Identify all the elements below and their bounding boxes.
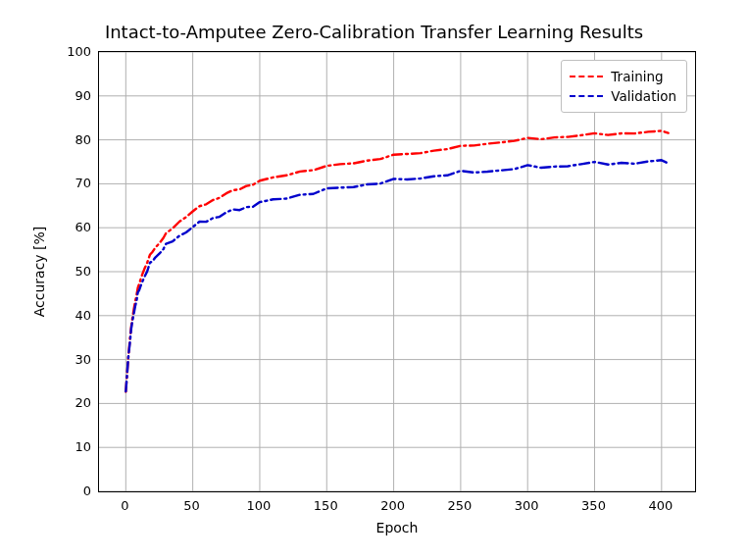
x-tick: 350 <box>581 498 606 513</box>
y-axis-label-text: Accuracy [%] <box>31 227 47 318</box>
y-tick: 50 <box>42 264 91 279</box>
legend-label-training: Training <box>611 69 663 84</box>
x-tick: 150 <box>314 498 338 513</box>
x-tick: 200 <box>380 498 405 513</box>
chart-title: Intact-to-Amputee Zero-Calibration Trans… <box>0 22 748 42</box>
x-tick: 400 <box>648 498 673 513</box>
y-tick: 0 <box>42 484 91 498</box>
chart-figure: Intact-to-Amputee Zero-Calibration Trans… <box>0 0 748 560</box>
y-tick: 20 <box>42 395 91 410</box>
y-tick: 90 <box>42 87 91 102</box>
validation-swatch <box>570 95 603 97</box>
grid <box>99 52 695 491</box>
x-tick: 300 <box>515 498 539 513</box>
training-line <box>125 130 668 391</box>
legend-item-training: Training <box>570 67 676 86</box>
legend-item-validation: Validation <box>570 86 676 106</box>
x-tick: 50 <box>183 498 200 513</box>
y-tick: 60 <box>42 220 91 234</box>
y-tick: 70 <box>42 176 91 190</box>
y-tick: 30 <box>42 351 91 366</box>
plot-svg <box>99 52 695 491</box>
x-axis-label: Epoch <box>98 520 696 535</box>
legend-label-validation: Validation <box>611 88 676 104</box>
x-tick: 100 <box>247 498 272 513</box>
legend: Training Validation <box>561 60 687 113</box>
x-tick: 250 <box>447 498 472 513</box>
plot-area: Training Validation <box>98 51 696 492</box>
y-tick: 40 <box>42 307 91 322</box>
x-tick: 0 <box>121 498 128 513</box>
y-axis-label: Accuracy [%] <box>29 51 49 492</box>
y-tick: 100 <box>42 44 91 59</box>
y-tick: 80 <box>42 131 91 146</box>
y-tick: 10 <box>42 439 91 454</box>
training-swatch <box>570 76 603 77</box>
validation-line <box>125 160 668 391</box>
